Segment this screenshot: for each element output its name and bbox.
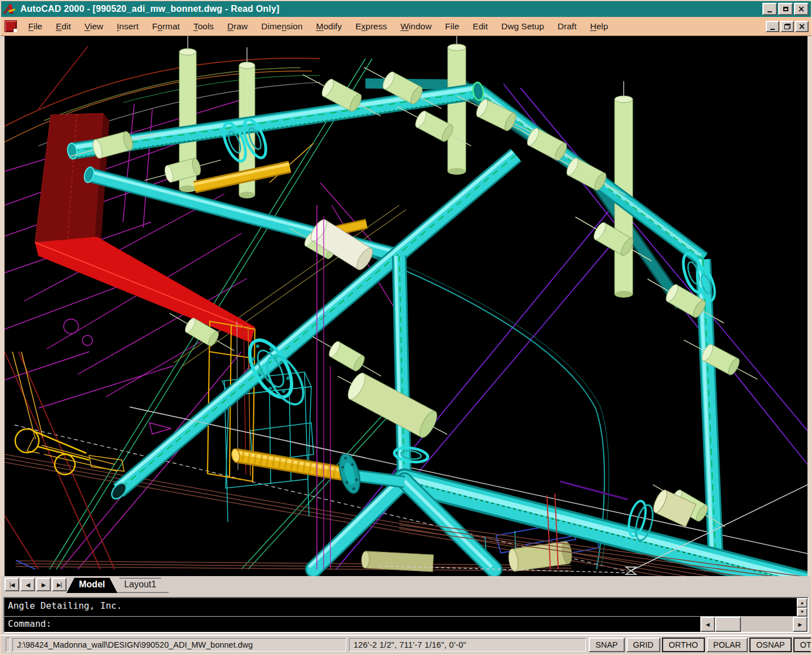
scrollbar-thumb[interactable] xyxy=(715,617,741,632)
tab-nav-button-1[interactable]: ◀ xyxy=(20,578,35,591)
tab-nav-button-0[interactable]: |◀ xyxy=(5,578,19,591)
menu-bar: FileEditViewInsertFormatToolsDrawDimensi… xyxy=(0,17,812,36)
command-history-scrollbar[interactable]: ▲ ▼ xyxy=(797,598,807,617)
statusbar-grip xyxy=(6,638,10,652)
toggle-ortho[interactable]: ORTHO xyxy=(662,638,705,652)
mdi-minimize-button[interactable] xyxy=(766,21,779,32)
mdi-close-icon: × xyxy=(798,23,806,30)
tab-nav-button-2[interactable]: ▶ xyxy=(36,578,51,591)
close-icon: × xyxy=(798,5,805,13)
menu-file[interactable]: File xyxy=(438,19,466,34)
tab-nav: |◀◀▶▶| xyxy=(5,578,67,591)
tab-layout1[interactable]: Layout1 xyxy=(112,578,169,593)
menu-dwg-setup[interactable]: Dwg Setup xyxy=(495,19,551,34)
gold-tube-flange xyxy=(336,452,364,495)
autocad-logo-icon: A xyxy=(3,3,17,15)
toggle-polar[interactable]: POLAR xyxy=(707,638,748,652)
menu-tools[interactable]: Tools xyxy=(187,19,220,34)
scroll-left-icon: ◀ xyxy=(706,622,710,627)
tabs: ModelLayout1 xyxy=(72,578,169,593)
toggle-snap[interactable]: SNAP xyxy=(589,638,625,652)
menu-express[interactable]: Express xyxy=(348,19,394,34)
minimize-icon xyxy=(767,11,772,12)
menu-draft[interactable]: Draft xyxy=(551,19,584,34)
window-title: AutoCAD 2000 - [990520_adi_mw_bonnet.dwg… xyxy=(20,4,762,14)
menu-dimension[interactable]: Dimension xyxy=(254,19,309,34)
menubar-items: FileEditViewInsertFormatToolsDrawDimensi… xyxy=(21,19,766,34)
layout-tab-bar: |◀◀▶▶| ModelLayout1 xyxy=(0,576,812,595)
mdi-close-button[interactable]: × xyxy=(795,21,809,32)
left-frame-edge xyxy=(0,36,5,576)
scroll-left-button[interactable]: ◀ xyxy=(700,617,715,632)
menu-insert[interactable]: Insert xyxy=(110,19,145,34)
command-input[interactable]: Command: xyxy=(5,617,700,632)
model-viewport[interactable] xyxy=(5,36,807,576)
toggle-otrack[interactable]: OTRACK xyxy=(793,638,812,652)
menu-window[interactable]: Window xyxy=(394,19,438,34)
scroll-up-button[interactable]: ▲ xyxy=(797,598,807,608)
menu-help[interactable]: Help xyxy=(583,19,615,34)
command-window: Angle Detailing, Inc. ▲ ▼ Command: ◀ ▶ xyxy=(0,595,812,635)
filepath-panel: J:\98424_Madonna_wall\DESIGN\990520_ADI_… xyxy=(12,638,346,652)
coordinates-readout[interactable]: 126'-2 1/2", 711'-7 1/16", 0'-0" xyxy=(349,638,586,652)
menu-view[interactable]: View xyxy=(78,19,110,34)
menu-edit[interactable]: Edit xyxy=(49,19,78,34)
model-drawing[interactable] xyxy=(5,36,807,576)
drawing-file-icon[interactable] xyxy=(5,20,17,32)
command-input-scrollbar[interactable]: ◀ ▶ xyxy=(700,617,807,632)
mode-toggles: SNAPGRIDORTHOPOLAROSNAPOTRACK xyxy=(589,638,812,652)
close-button[interactable]: × xyxy=(794,3,809,15)
scroll-up-icon: ▲ xyxy=(800,600,805,605)
menu-format[interactable]: Format xyxy=(145,19,187,34)
toggle-osnap[interactable]: OSNAP xyxy=(749,638,792,652)
menu-file[interactable]: File xyxy=(21,19,49,34)
menu-modify[interactable]: Modify xyxy=(310,19,349,34)
scroll-right-button[interactable]: ▶ xyxy=(793,617,807,632)
menu-draw[interactable]: Draw xyxy=(220,19,254,34)
canvas-row xyxy=(0,36,812,576)
status-bar: J:\98424_Madonna_wall\DESIGN\990520_ADI_… xyxy=(0,635,812,655)
flanges-layer xyxy=(219,117,718,542)
title-bar: A AutoCAD 2000 - [990520_adi_mw_bonnet.d… xyxy=(0,0,812,17)
toggle-grid[interactable]: GRID xyxy=(626,638,660,652)
scroll-right-icon: ▶ xyxy=(798,622,802,627)
menu-edit[interactable]: Edit xyxy=(466,19,495,34)
maximize-button[interactable] xyxy=(778,3,793,15)
tab-model[interactable]: Model xyxy=(67,578,117,593)
mdi-restore-button[interactable] xyxy=(780,21,794,32)
mdi-minimize-icon xyxy=(770,29,775,30)
scroll-down-icon: ▼ xyxy=(800,609,805,614)
mdi-restore-icon xyxy=(784,24,791,29)
right-frame-edge xyxy=(807,36,812,576)
command-history[interactable]: Angle Detailing, Inc. xyxy=(5,598,797,617)
tab-nav-button-3[interactable]: ▶| xyxy=(52,578,67,591)
maximize-icon xyxy=(783,7,788,11)
minimize-button[interactable] xyxy=(762,3,777,15)
autocad-window: A AutoCAD 2000 - [990520_adi_mw_bonnet.d… xyxy=(0,0,812,655)
scroll-down-button[interactable]: ▼ xyxy=(797,608,807,617)
